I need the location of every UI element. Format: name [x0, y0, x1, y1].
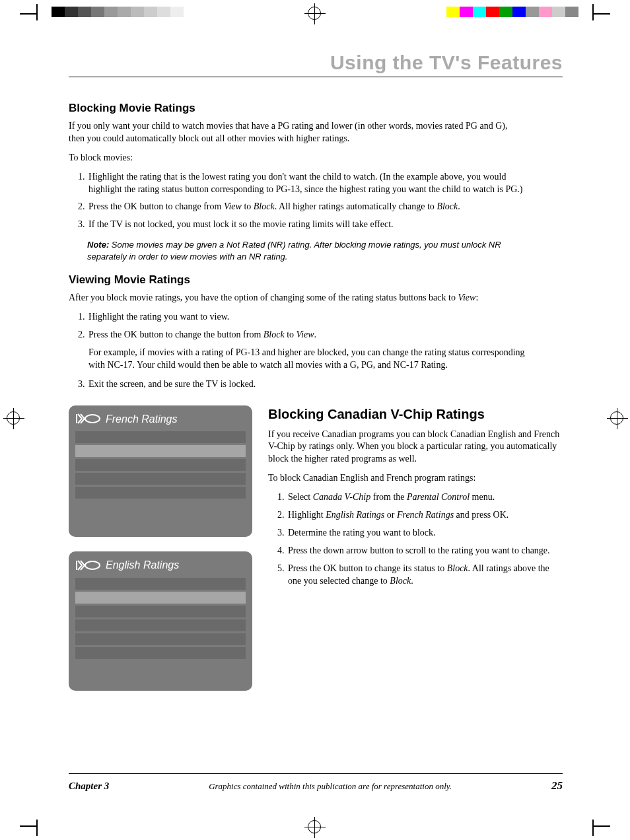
paragraph: If you receive Canadian programs you can…	[268, 429, 563, 466]
registration-mark	[308, 7, 321, 20]
paragraph: After you block movie ratings, you have …	[69, 292, 526, 304]
paragraph: To block movies:	[69, 152, 526, 164]
panel-row	[75, 619, 246, 631]
panel-title: French Ratings	[106, 412, 178, 427]
panel-rows	[75, 431, 246, 499]
left-column: French Ratings	[69, 405, 252, 705]
page-footer: Chapter 3 Graphics contained within this…	[69, 773, 563, 792]
paragraph: For example, if movies with a rating of …	[88, 347, 526, 372]
panel-title: English Ratings	[106, 558, 179, 573]
footer-note: Graphics contained within this publicati…	[209, 781, 452, 792]
paragraph: If you only want your child to watch mov…	[69, 120, 526, 145]
english-ratings-panel: English Ratings	[69, 551, 252, 691]
panel-rows	[75, 578, 246, 659]
list-item: Press the OK button to change its status…	[287, 563, 563, 588]
nav-icon	[75, 559, 102, 571]
color-bar-right	[446, 7, 578, 17]
panel-row	[75, 473, 246, 485]
crop-mark	[36, 4, 38, 20]
svg-point-0	[85, 415, 100, 423]
footer-rule	[69, 773, 563, 774]
crop-mark	[592, 4, 594, 20]
list-item: Exit the screen, and be sure the TV is l…	[87, 378, 526, 391]
panel-row	[75, 431, 246, 443]
list-item: Highlight the rating you want to view.	[87, 311, 526, 324]
registration-mark	[308, 820, 321, 833]
panel-row	[75, 633, 246, 645]
section-heading-viewing-movie: Viewing Movie Ratings	[69, 273, 526, 288]
ordered-list: Highlight the rating you want to view. P…	[69, 311, 526, 390]
page-number: 25	[551, 779, 563, 792]
crop-mark	[20, 825, 36, 827]
list-item: Press the OK button to change from View …	[87, 201, 526, 213]
list-item: If the TV is not locked, you must lock i…	[87, 219, 526, 231]
svg-point-1	[85, 561, 100, 569]
right-column: Blocking Canadian V-Chip Ratings If you …	[268, 405, 563, 705]
section-heading-blocking-movie: Blocking Movie Ratings	[69, 101, 526, 116]
panel-row	[75, 445, 246, 457]
section-heading-canadian: Blocking Canadian V-Chip Ratings	[268, 405, 563, 423]
chapter-title: Using the TV's Features	[69, 52, 563, 74]
content: Blocking Movie Ratings If you only want …	[69, 101, 563, 705]
crop-mark	[592, 820, 594, 836]
ordered-list: Highlight the rating that is the lowest …	[69, 171, 526, 232]
panel-row	[75, 647, 246, 659]
list-item: Highlight English Ratings or French Rati…	[287, 509, 563, 522]
chapter-label: Chapter 3	[69, 781, 109, 792]
panel-row	[75, 459, 246, 471]
panel-row	[75, 606, 246, 617]
crop-mark	[594, 13, 610, 15]
list-item: Press the OK button to change the button…	[87, 329, 526, 372]
list-item: Determine the rating you want to block.	[287, 527, 563, 540]
panel-row	[75, 592, 246, 604]
crop-mark	[20, 13, 36, 15]
list-item: Select Canada V-Chip from the Parental C…	[287, 491, 563, 504]
list-item: Highlight the rating that is the lowest …	[87, 171, 526, 196]
crop-mark	[36, 820, 38, 836]
two-column-layout: French Ratings	[69, 405, 563, 705]
crop-mark	[594, 825, 610, 827]
nav-icon	[75, 413, 102, 425]
panel-row	[75, 487, 246, 499]
list-item: Press the down arrow button to scroll to…	[287, 545, 563, 557]
color-bar-left	[52, 7, 184, 17]
note: Note: Some movies may be given a Not Rat…	[87, 239, 526, 262]
panel-row	[75, 578, 246, 590]
french-ratings-panel: French Ratings	[69, 405, 252, 538]
registration-mark	[610, 411, 623, 425]
page-body: Using the TV's Features Blocking Movie R…	[69, 40, 563, 792]
paragraph: To block Canadian English and French pro…	[268, 472, 563, 485]
registration-mark	[7, 411, 20, 425]
ordered-list: Select Canada V-Chip from the Parental C…	[268, 491, 563, 587]
header-rule	[69, 77, 563, 77]
